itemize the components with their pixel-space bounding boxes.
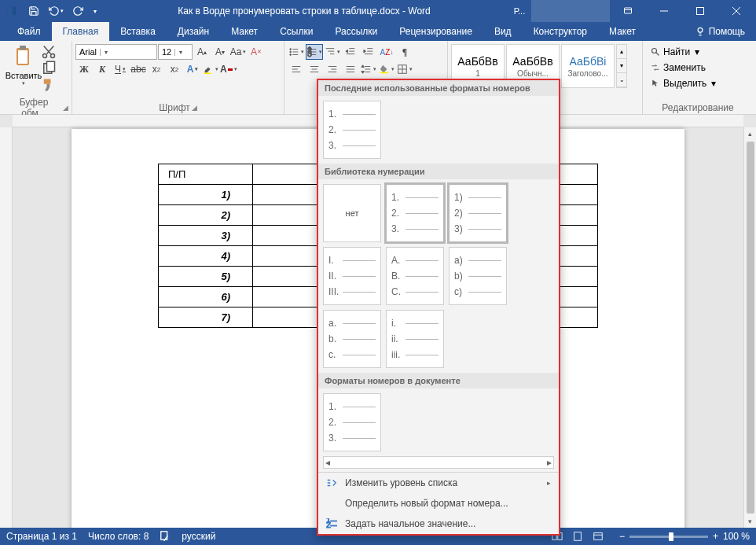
text-effects-button[interactable]: A▾ <box>184 61 201 77</box>
ribbon-options-button[interactable] <box>610 0 646 22</box>
align-right-button[interactable] <box>324 61 341 77</box>
svg-marker-41 <box>364 50 366 53</box>
svg-rect-18 <box>204 72 211 74</box>
tab-table-layout[interactable]: Макет <box>598 22 647 41</box>
highlight-button[interactable]: ▾ <box>202 61 219 77</box>
grow-font-button[interactable]: A▴ <box>193 44 211 60</box>
tab-review[interactable]: Рецензирование <box>388 22 483 41</box>
bullets-button[interactable]: ▾ <box>288 44 305 60</box>
svg-marker-58 <box>361 72 365 74</box>
copy-button[interactable] <box>41 61 57 76</box>
font-launcher[interactable]: ◢ <box>192 104 197 112</box>
zoom-in-button[interactable]: + <box>713 531 718 542</box>
styles-scroll[interactable]: ▴▾⌄ <box>616 44 627 88</box>
close-button[interactable] <box>718 0 754 22</box>
word-icon <box>2 1 22 21</box>
redo-button[interactable] <box>68 1 88 21</box>
set-numbering-value[interactable]: 1—2—Задать начальное значение... <box>318 514 559 534</box>
borders-button[interactable]: ▾ <box>396 61 413 77</box>
tab-insert[interactable]: Вставка <box>109 22 167 41</box>
svg-point-12 <box>43 54 47 58</box>
recent-formats-header: Последние использованные форматы номеров <box>318 80 559 96</box>
svg-rect-10 <box>18 50 28 64</box>
svg-rect-17 <box>47 61 55 72</box>
tab-developer[interactable]: Конструктор <box>523 22 598 41</box>
format-indoc-decimal[interactable]: 1. 2. 3. <box>323 393 381 451</box>
format-roman-upper[interactable]: I. II. III. <box>323 247 381 305</box>
change-case-button[interactable]: Aa▾ <box>229 44 247 60</box>
vertical-scrollbar[interactable]: ▴▾ <box>743 127 756 528</box>
tab-mailings[interactable]: Рассылки <box>324 22 388 41</box>
zoom-slider[interactable] <box>629 536 708 538</box>
undo-button[interactable]: ▾ <box>46 1 66 21</box>
format-recent-decimal[interactable]: 1. 2. 3. <box>323 101 381 159</box>
qat-customize[interactable]: ▾ <box>90 1 101 21</box>
language[interactable]: русский <box>182 531 215 542</box>
bold-button[interactable]: Ж <box>75 61 93 77</box>
zoom-out-button[interactable]: − <box>619 531 625 542</box>
shading-button[interactable]: ▾ <box>378 61 395 77</box>
font-size-combo[interactable]: 12▾ <box>158 44 193 60</box>
format-alpha-lower-paren[interactable]: a) b) c) <box>449 247 507 305</box>
format-painter-button[interactable] <box>41 77 57 93</box>
word-count[interactable]: Число слов: 8 <box>88 531 149 542</box>
font-name-combo[interactable]: Arial▾ <box>75 44 157 60</box>
tab-references[interactable]: Ссылки <box>269 22 324 41</box>
cut-button[interactable] <box>41 44 57 60</box>
sort-button[interactable]: AZ↓ <box>378 44 395 60</box>
minimize-button[interactable] <box>646 0 682 22</box>
find-button[interactable]: Найти▾ <box>646 44 721 60</box>
save-button[interactable] <box>24 1 44 21</box>
dropdown-scroll[interactable]: ◂▸ <box>323 456 554 469</box>
maximize-button[interactable] <box>682 0 718 22</box>
vertical-ruler[interactable] <box>0 127 13 528</box>
align-left-button[interactable] <box>288 61 305 77</box>
account-button[interactable]: Р... <box>508 0 531 22</box>
shrink-font-button[interactable]: A▾ <box>211 44 229 60</box>
line-spacing-button[interactable]: ▾ <box>360 61 377 77</box>
tab-design[interactable]: Дизайн <box>167 22 220 41</box>
tell-me[interactable]: Помощь <box>684 22 756 41</box>
print-layout-button[interactable] <box>567 528 588 544</box>
format-roman-lower[interactable]: i. ii. iii. <box>386 310 444 368</box>
align-center-button[interactable] <box>306 61 323 77</box>
format-decimal-paren[interactable]: 1) 2) 3) <box>449 184 507 242</box>
font-color-button[interactable]: A▾ <box>220 61 237 77</box>
superscript-button[interactable]: x2 <box>166 61 183 77</box>
justify-button[interactable] <box>342 61 359 77</box>
clipboard-launcher[interactable]: ◢ <box>63 104 68 112</box>
tab-view[interactable]: Вид <box>483 22 523 41</box>
format-alpha-lower[interactable]: a. b. c. <box>323 310 381 368</box>
tab-home[interactable]: Главная <box>52 22 110 41</box>
select-button[interactable]: Выделить▾ <box>646 75 721 91</box>
format-none[interactable]: нет <box>323 184 381 242</box>
italic-button[interactable]: К <box>94 61 111 77</box>
numbering-button[interactable]: 123▾ <box>306 44 323 60</box>
style-heading[interactable]: АаБбВіЗаголово... <box>561 44 615 88</box>
strike-button[interactable]: abc <box>130 61 147 77</box>
define-new-format[interactable]: Определить новый формат номера... <box>318 493 559 514</box>
change-list-level[interactable]: Изменить уровень списка▸ <box>318 473 559 493</box>
multilevel-button[interactable]: ▾ <box>324 44 341 60</box>
group-clipboard: Вставить ▾ Буфер обм...◢ <box>3 41 72 114</box>
format-decimal-dot[interactable]: 1. 2. 3. <box>386 184 444 242</box>
decrease-indent-button[interactable] <box>342 44 359 60</box>
format-alpha-upper[interactable]: A. B. C. <box>386 247 444 305</box>
zoom-level[interactable]: 100 % <box>723 531 750 542</box>
show-marks-button[interactable]: ¶ <box>396 44 413 60</box>
paste-button[interactable]: Вставить ▾ <box>6 42 41 87</box>
increase-indent-button[interactable] <box>360 44 377 60</box>
clear-format-button[interactable]: A✕ <box>248 44 265 60</box>
underline-button[interactable]: Ч▾ <box>112 61 129 77</box>
tab-file[interactable]: Файл <box>6 22 52 41</box>
svg-point-13 <box>51 54 55 58</box>
replace-button[interactable]: Заменить <box>646 60 721 75</box>
svg-marker-57 <box>361 65 365 68</box>
tab-layout[interactable]: Макет <box>220 22 269 41</box>
svg-rect-1 <box>8 7 13 16</box>
spell-check-icon[interactable] <box>160 530 171 543</box>
page-count[interactable]: Страница 1 из 1 <box>6 531 77 542</box>
subscript-button[interactable]: x2 <box>148 61 165 77</box>
svg-text:3: 3 <box>307 49 312 57</box>
web-layout-button[interactable] <box>588 528 608 544</box>
